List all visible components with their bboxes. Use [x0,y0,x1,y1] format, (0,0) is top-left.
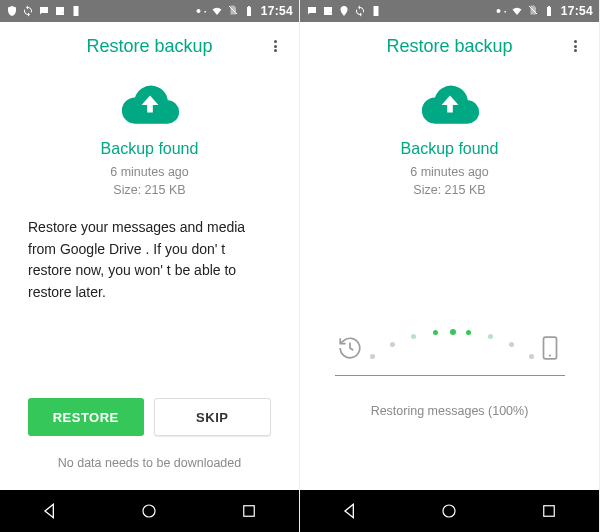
content-area: Backup found 6 minutes ago Size: 215 KB … [0,70,299,490]
content-area: Backup found 6 minutes ago Size: 215 KB [300,70,599,490]
nav-back-button[interactable] [20,495,80,527]
status-bar: 17:54 [0,0,299,22]
nav-recent-button[interactable] [519,495,579,527]
svg-rect-7 [544,506,555,517]
shield-icon [6,5,18,17]
no-sim-icon [227,4,239,16]
backup-found-title: Backup found [101,140,199,158]
wifi-icon [211,5,223,17]
vpn-key-icon [495,5,507,17]
svg-point-5 [548,355,550,357]
sync-icon [354,5,366,17]
nav-recent-button[interactable] [219,495,279,527]
image-icon [322,5,334,17]
cloud-upload-icon [420,82,480,124]
appbar-title: Restore backup [386,36,512,57]
clock-text: 17:54 [561,4,593,18]
svg-rect-2 [244,506,255,517]
cloud-upload-icon [120,82,180,124]
status-bar: 17:54 [300,0,599,22]
progress-status-text: Restoring messages (100%) [371,404,529,418]
backup-size: Size: 215 KB [110,182,189,200]
image-icon [54,5,66,17]
download-footnote: No data needs to be downloaded [0,456,299,470]
phone-icon [535,333,565,363]
action-buttons: RESTORE SKIP [0,398,299,436]
nav-home-button[interactable] [119,495,179,527]
screen-restore-prompt: 17:54 Restore backup Backup found 6 minu… [0,0,300,532]
nav-back-button[interactable] [320,495,380,527]
svg-point-3 [496,9,500,13]
clock-text: 17:54 [261,4,293,18]
backup-meta: 6 minutes ago Size: 215 KB [410,164,489,199]
progress-underline [335,375,565,376]
backup-size: Size: 215 KB [410,182,489,200]
chat-icon [306,5,318,17]
backup-meta: 6 minutes ago Size: 215 KB [110,164,189,199]
backup-time: 6 minutes ago [110,164,189,182]
device-icon [370,5,382,17]
restore-explanation: Restore your messages and media from Goo… [28,217,271,304]
overflow-menu-button[interactable] [255,22,295,70]
backup-time: 6 minutes ago [410,164,489,182]
battery-icon [543,5,555,17]
progress-dots [367,325,533,371]
overflow-menu-button[interactable] [555,22,595,70]
chat-icon [38,5,50,17]
navigation-bar [0,490,299,532]
wifi-icon [511,5,523,17]
device-icon [70,5,82,17]
svg-point-1 [143,505,155,517]
svg-point-6 [443,505,455,517]
appbar-title: Restore backup [86,36,212,57]
vpn-key-icon [195,5,207,17]
history-icon [335,333,365,363]
restore-button[interactable]: RESTORE [28,398,144,436]
backup-found-title: Backup found [401,140,499,158]
sync-icon [22,5,34,17]
restore-progress-illustration: Restoring messages (100%) [300,325,599,418]
battery-icon [243,5,255,17]
app-bar: Restore backup [0,22,299,70]
location-icon [338,5,350,17]
navigation-bar [300,490,599,532]
no-sim-icon [527,4,539,16]
screen-restore-progress: 17:54 Restore backup Backup found 6 minu… [300,0,600,532]
skip-button[interactable]: SKIP [154,398,272,436]
svg-point-0 [196,9,200,13]
app-bar: Restore backup [300,22,599,70]
nav-home-button[interactable] [419,495,479,527]
